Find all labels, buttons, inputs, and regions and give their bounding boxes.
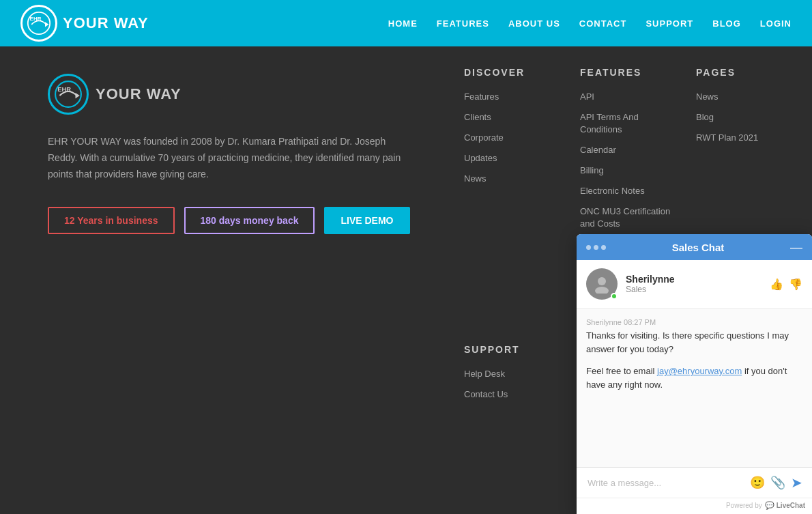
agent-name: Sherilynne [626, 274, 762, 285]
agent-info: Sherilynne Sales [626, 274, 762, 294]
nav-features[interactable]: FEATURES [437, 18, 489, 29]
list-item: Electronic Notes [580, 184, 676, 197]
features-api-terms[interactable]: API Terms And Conditions [580, 112, 639, 134]
nav-logo: EHR YOUR WAY [20, 5, 149, 42]
discover-clients[interactable]: Clients [464, 112, 491, 122]
list-item: Clients [464, 111, 560, 123]
pages-heading: PAGES [696, 67, 792, 78]
features-api[interactable]: API [580, 91, 594, 102]
chat-widget: Sales Chat — Sherilynne Sales 👍 👎 Sheril… [577, 234, 812, 514]
nav-logo-text: YOUR WAY [63, 14, 149, 32]
chat-dot-2 [594, 245, 598, 250]
support-help-desk[interactable]: Help Desk [464, 369, 505, 379]
chat-agent-bar: Sherilynne Sales 👍 👎 [577, 260, 812, 309]
agent-feedback: 👍 👎 [770, 278, 802, 291]
online-indicator [611, 293, 618, 300]
features-billing[interactable]: Billing [580, 165, 604, 175]
agent-avatar [586, 268, 618, 300]
features-heading: FEATURES [580, 67, 676, 78]
nav-home[interactable]: HOME [388, 18, 418, 29]
chat-header-title: Sales Chat [606, 242, 790, 253]
chat-msg-meta: Sherilynne 08:27 PM [586, 318, 802, 326]
emoji-button[interactable]: 🙂 [747, 474, 768, 491]
pages-rwt[interactable]: RWT Plan 2021 [696, 132, 758, 143]
chat-messages: Sherilynne 08:27 PM Thanks for visiting.… [577, 309, 812, 467]
badge-money-back[interactable]: 180 days money back [184, 207, 315, 234]
navbar: EHR YOUR WAY HOME FEATURES ABOUT US CONT… [0, 0, 812, 46]
features-electronic-notes[interactable]: Electronic Notes [580, 186, 645, 196]
list-item: News [696, 90, 792, 102]
list-item: Billing [580, 164, 676, 176]
list-item: RWT Plan 2021 [696, 131, 792, 143]
nav-links: HOME FEATURES ABOUT US CONTACT SUPPORT B… [388, 17, 792, 29]
powered-text: Powered by [726, 502, 762, 509]
badges: 12 Years in business 180 days money back… [48, 207, 416, 234]
support-contact-us[interactable]: Contact Us [464, 389, 508, 399]
pages-news[interactable]: News [696, 91, 719, 102]
livechat-label: LiveChat [777, 502, 805, 509]
svg-marker-5 [76, 93, 80, 98]
discover-updates[interactable]: Updates [464, 153, 497, 163]
chat-input-bar: 🙂 📎 ➤ [577, 467, 812, 498]
thumbs-up-icon[interactable]: 👍 [770, 278, 783, 291]
nav-contact[interactable]: CONTACT [579, 18, 627, 29]
attachment-button[interactable]: 📎 [768, 474, 788, 491]
list-item: Help Desk [464, 367, 560, 380]
discover-corporate[interactable]: Corporate [464, 132, 504, 143]
features-onc[interactable]: ONC MU3 Certification and Costs [580, 206, 670, 229]
livechat-logo: 💬 LiveChat [765, 501, 805, 510]
nav-login[interactable]: LOGIN [760, 18, 792, 29]
discover-news[interactable]: News [464, 173, 487, 184]
badge-live-demo[interactable]: LIVE DEMO [324, 207, 409, 234]
discover-heading: DISCOVER [464, 67, 560, 78]
svg-point-7 [595, 287, 609, 294]
list-item: API Terms And Conditions [580, 111, 676, 135]
support-list: Help Desk Contact Us [464, 367, 560, 400]
list-item: Features [464, 90, 560, 102]
chat-msg-2: Feel free to email jay@ehryourway.com if… [586, 365, 802, 392]
list-item: Calendar [580, 143, 676, 156]
nav-support[interactable]: SUPPORT [646, 18, 693, 29]
nav-blog[interactable]: BLOG [712, 18, 741, 29]
badge-years[interactable]: 12 Years in business [48, 207, 175, 234]
pages-blog[interactable]: Blog [696, 112, 714, 122]
chat-msg-2-prefix: Feel free to email [586, 366, 657, 376]
nav-about[interactable]: ABOUT US [508, 18, 560, 29]
list-item: Updates [464, 152, 560, 164]
features-calendar[interactable]: Calendar [580, 145, 616, 155]
list-item: News [464, 172, 560, 184]
list-item: API [580, 90, 676, 102]
send-button[interactable]: ➤ [788, 473, 805, 492]
svg-marker-2 [45, 22, 48, 27]
list-item: Blog [696, 111, 792, 123]
chat-dot-1 [586, 245, 591, 250]
chat-email-link[interactable]: jay@ehryourway.com [657, 366, 742, 376]
agent-role: Sales [626, 285, 762, 294]
chat-msg-1: Thanks for visiting. Is there specific q… [586, 329, 802, 356]
minimize-button[interactable]: — [790, 241, 802, 253]
svg-point-6 [598, 277, 606, 285]
chat-header: Sales Chat — [577, 234, 812, 260]
list-item: ONC MU3 Certification and Costs [580, 205, 676, 229]
list-item: Contact Us [464, 388, 560, 400]
chat-input[interactable] [583, 475, 747, 491]
footer-col-discover: DISCOVER Features Clients Corporate Upda… [464, 67, 560, 319]
footer-logo-text: YOUR WAY [96, 85, 182, 103]
footer-col-support: SUPPORT Help Desk Contact Us [464, 344, 560, 408]
livechat-icon: 💬 [765, 501, 774, 510]
about-text: EHR YOUR WAY was founded in 2008 by Dr. … [48, 134, 403, 182]
discover-list: Features Clients Corporate Updates News [464, 90, 560, 184]
thumbs-down-icon[interactable]: 👎 [789, 278, 802, 291]
footer-logo-circle: EHR [48, 74, 89, 115]
list-item: Corporate [464, 131, 560, 143]
chat-dot-3 [601, 245, 606, 250]
left-panel: EHR YOUR WAY EHR YOUR WAY was founded in… [0, 46, 450, 514]
pages-list: News Blog RWT Plan 2021 [696, 90, 792, 143]
nav-logo-icon: EHR [20, 5, 57, 42]
footer-logo: EHR YOUR WAY [48, 74, 416, 115]
discover-features[interactable]: Features [464, 91, 499, 102]
support-heading: SUPPORT [464, 344, 560, 355]
chat-header-dots [586, 245, 606, 250]
chat-powered-bar: Powered by 💬 LiveChat [577, 498, 812, 514]
